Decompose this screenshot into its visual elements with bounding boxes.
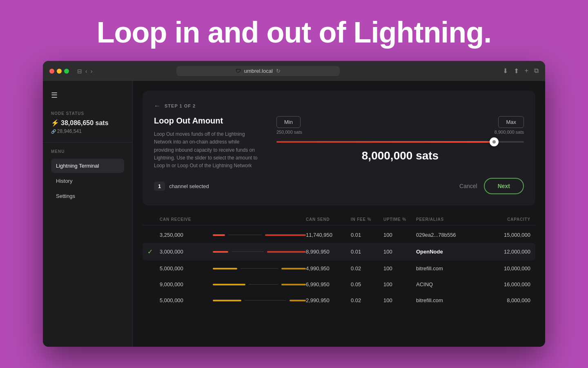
row-peer-4: ACINQ (416, 281, 481, 287)
table-header: CAN RECEIVE CAN SEND IN FEE % UPTIME % P… (143, 214, 535, 225)
close-button[interactable] (49, 69, 54, 74)
row-peer-2: OpenNode (416, 249, 481, 255)
row-bar-1 (213, 234, 306, 236)
row-check-2: ✓ (147, 248, 160, 256)
main-content: ← STEP 1 OF 2 Loop Out Amount Loop Out m… (133, 81, 545, 347)
sidebar-item-lightning-terminal[interactable]: Lightning Terminal (51, 159, 124, 173)
hero-title: Loop in and out of Lightning. (97, 16, 492, 49)
hamburger-menu[interactable]: ☰ (43, 88, 132, 108)
url-text: umbrel.local (244, 68, 273, 74)
cancel-button[interactable]: Cancel (459, 183, 477, 189)
step-label: STEP 1 OF 2 (165, 103, 196, 108)
row-capacity-1: 15,000,000 (481, 232, 530, 238)
row-fee-1: 0.01 (351, 232, 383, 238)
channel-selected-text: channel selected (169, 183, 209, 189)
row-send-2: 8,990,950 (306, 249, 351, 255)
row-send-1: 11,740,950 (306, 232, 351, 238)
step-header: ← STEP 1 OF 2 (154, 102, 524, 110)
node-status-section: NODE STATUS 38,086,650 sats 28,946,541 (43, 108, 132, 143)
table-row[interactable]: 3,250,000 11,740,950 0.01 100 029ea2...7… (143, 227, 535, 243)
sidebar-toggle-icon[interactable]: ⊟ (77, 68, 82, 74)
tabs-icon[interactable]: ⧉ (534, 67, 539, 75)
max-section: Max 8,900,000 sats (494, 116, 524, 135)
row-uptime-3: 100 (383, 265, 416, 272)
row-fee-5: 0.02 (351, 297, 383, 303)
table-row[interactable]: 9,000,000 6,990,950 0.05 100 ACINQ 16,00… (143, 276, 535, 292)
sidebar: ☰ NODE STATUS 38,086,650 sats 28,946,541… (43, 81, 133, 347)
card-title: Loop Out Amount (154, 116, 260, 126)
lightning-balance: 38,086,650 sats (51, 119, 124, 127)
back-arrow-icon[interactable]: ← (154, 102, 160, 110)
header-bar (213, 217, 306, 222)
row-receive-1: 3,250,000 (160, 232, 213, 238)
app-layout: ☰ NODE STATUS 38,086,650 sats 28,946,541… (43, 81, 545, 347)
max-value-label: 8,900,000 sats (494, 130, 524, 135)
slider-thumb-inner (492, 140, 496, 144)
min-button[interactable]: Min (276, 116, 301, 128)
min-max-row: Min 250,000 sats Max 8,900,000 sats (276, 116, 524, 135)
row-send-5: 2,990,950 (306, 297, 351, 303)
reload-icon[interactable]: ↻ (276, 68, 281, 74)
card-left: Loop Out Amount Loop Out moves funds off… (154, 116, 260, 170)
traffic-lights (49, 69, 69, 74)
max-button[interactable]: Max (498, 116, 524, 128)
footer-actions: Cancel Next (459, 178, 524, 194)
next-button[interactable]: Next (484, 178, 524, 194)
sidebar-item-history[interactable]: History (51, 174, 124, 188)
row-peer-5: bitrefill.com (416, 297, 481, 303)
table-row[interactable]: 5,000,000 2,990,950 0.02 100 bitrefill.c… (143, 292, 535, 308)
card-body: Loop Out Amount Loop Out moves funds off… (154, 116, 524, 170)
card-footer: 1 channel selected Cancel Next (154, 178, 524, 194)
header-uptime: UPTIME % (383, 217, 416, 222)
node-status-label: NODE STATUS (51, 111, 124, 116)
row-send-4: 6,990,950 (306, 281, 351, 287)
header-in-fee: IN FEE % (351, 217, 383, 222)
slider-thumb[interactable] (490, 137, 499, 146)
shield-icon: 🛡 (236, 68, 241, 74)
row-bar-4 (213, 284, 306, 285)
forward-icon[interactable]: › (91, 68, 93, 74)
row-fee-4: 0.05 (351, 281, 383, 287)
browser-window: ⊟ ‹ › 🛡 umbrel.local ↻ ⬇ ⬆ + ⧉ ☰ NODE ST… (43, 61, 545, 347)
header-capacity: CAPACITY (481, 217, 530, 222)
row-bar-3 (213, 268, 306, 269)
min-section: Min 250,000 sats (276, 116, 302, 135)
table-row[interactable]: 5,000,000 4,990,950 0.02 100 bitrefill.c… (143, 260, 535, 276)
slider-value: 8,000,000 sats (276, 149, 524, 162)
table-row[interactable]: ✓ 3,000,000 8,990,950 0.01 100 OpenNode … (143, 243, 535, 260)
row-capacity-4: 16,000,000 (481, 281, 530, 287)
row-uptime-1: 100 (383, 232, 416, 238)
row-capacity-3: 10,000,000 (481, 265, 530, 272)
channel-selected-badge: 1 channel selected (154, 182, 209, 191)
card-description: Loop Out moves funds off of the Lightnin… (154, 130, 260, 170)
slider-fill (276, 141, 494, 143)
sidebar-item-settings[interactable]: Settings (51, 189, 124, 203)
header-peer: PEER/ALIAS (416, 217, 481, 222)
browser-chrome: ⊟ ‹ › 🛡 umbrel.local ↻ ⬇ ⬆ + ⧉ (43, 61, 545, 81)
slider-track (276, 141, 524, 143)
slider-container (276, 141, 524, 143)
row-receive-2: 3,000,000 (160, 249, 213, 255)
browser-actions: ⬇ ⬆ + ⧉ (503, 67, 539, 75)
row-send-3: 4,990,950 (306, 265, 351, 272)
menu-label: MENU (51, 149, 124, 154)
row-bar-2 (213, 251, 306, 253)
new-tab-icon[interactable]: + (525, 67, 528, 75)
back-icon[interactable]: ‹ (85, 68, 87, 74)
row-fee-2: 0.01 (351, 249, 383, 255)
card-right: Min 250,000 sats Max 8,900,000 sats (276, 116, 524, 162)
fullscreen-button[interactable] (64, 69, 69, 74)
browser-nav-icons: ⊟ ‹ › (77, 68, 92, 74)
loop-out-card: ← STEP 1 OF 2 Loop Out Amount Loop Out m… (143, 91, 535, 206)
menu-section: MENU Lightning Terminal History Settings (43, 143, 132, 207)
header-can-send: CAN SEND (306, 217, 351, 222)
download-icon[interactable]: ⬇ (503, 67, 508, 75)
min-value-label: 250,000 sats (276, 130, 302, 135)
channels-table: CAN RECEIVE CAN SEND IN FEE % UPTIME % P… (143, 214, 535, 308)
address-bar[interactable]: 🛡 umbrel.local ↻ (176, 66, 340, 76)
row-capacity-2: 12,000,000 (481, 249, 530, 255)
minimize-button[interactable] (57, 69, 62, 74)
row-uptime-2: 100 (383, 249, 416, 255)
row-receive-4: 9,000,000 (160, 281, 213, 287)
share-icon[interactable]: ⬆ (514, 67, 519, 75)
